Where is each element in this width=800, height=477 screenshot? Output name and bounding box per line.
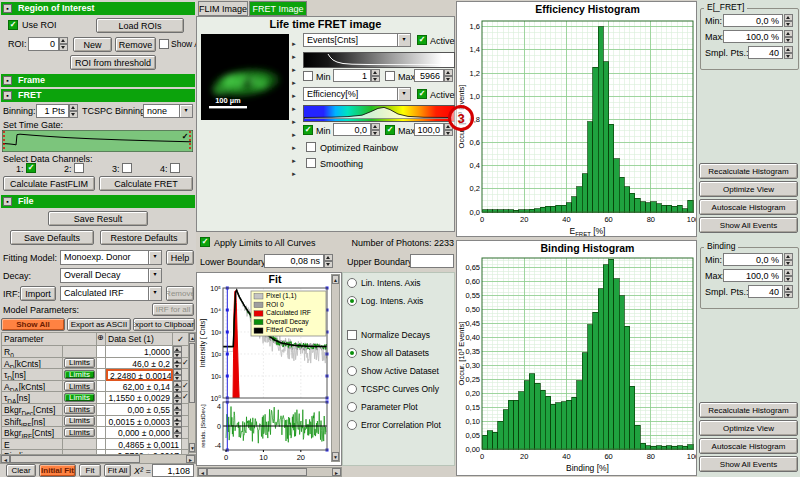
lower-boundary-spinner[interactable] — [324, 254, 333, 268]
scroll-right-icon[interactable]: ► — [332, 468, 341, 476]
param-spinner[interactable] — [173, 369, 182, 381]
left-hscrollbar[interactable]: ◄ ► — [0, 454, 196, 464]
table-vscrollbar[interactable]: ▲ ▼ — [188, 332, 196, 453]
spinner-down-icon[interactable] — [444, 76, 453, 83]
column-header-parameter[interactable]: Parameter — [2, 333, 97, 346]
binding-histogram[interactable]: Binding Histogram0,000,050,100,150,200,2… — [457, 241, 696, 475]
roi-spinner[interactable] — [59, 37, 68, 51]
calculate-fret-button[interactable]: Calculate FRET — [99, 176, 193, 191]
tab-fret-image[interactable]: FRET Image — [249, 1, 307, 16]
limits-button[interactable]: Limits — [64, 381, 95, 391]
limits-button[interactable]: Limits — [64, 393, 95, 403]
efret-max-input[interactable]: 100,0 % — [723, 30, 783, 43]
channel-2-checkbox[interactable] — [74, 163, 84, 173]
events-max-input[interactable]: 5966 — [414, 69, 444, 82]
efret-autoscale-histogram-button[interactable]: Autoscale Histogram — [699, 199, 798, 215]
scroll-down-icon[interactable]: ▼ — [189, 443, 195, 452]
events-min-checkbox[interactable] — [303, 71, 313, 81]
binding-max-spinner[interactable] — [784, 269, 793, 282]
new-roi-button[interactable]: New — [73, 37, 112, 52]
clear-button[interactable]: Clear — [6, 464, 36, 477]
spinner-down-icon[interactable] — [784, 21, 793, 28]
binning-input[interactable]: 1 Pts — [36, 104, 69, 118]
limits-button[interactable]: Limits — [64, 405, 95, 415]
channel-1-checkbox[interactable] — [26, 163, 36, 173]
radio-parameter-plot[interactable] — [347, 402, 357, 412]
param-value[interactable]: 46,0 ± 0,2 — [106, 358, 173, 370]
tcspc-binning-select[interactable]: none ▾ — [143, 104, 193, 118]
scroll-up-icon[interactable]: ▲ — [332, 275, 339, 284]
spinner-down-icon[interactable] — [784, 260, 793, 267]
initial-fit-button[interactable]: Initial Fit — [39, 464, 76, 477]
events-gradient-bar[interactable] — [303, 52, 455, 68]
scroll-left-icon[interactable]: ◄ — [198, 468, 207, 476]
spinner-down-icon[interactable] — [371, 76, 380, 83]
optimized-rainbow-checkbox[interactable] — [306, 142, 316, 152]
collapse-icon[interactable]: ▪ — [3, 4, 12, 13]
radio-tcspc-curves-only[interactable] — [347, 384, 357, 394]
param-value[interactable]: 2,2480 ± 0,0014 — [106, 369, 173, 381]
limits-button[interactable]: Limits — [64, 416, 95, 426]
efficiency-active-checkbox[interactable] — [417, 89, 427, 99]
radio-show-active-dataset[interactable] — [347, 366, 357, 376]
binding-show-all-events-button[interactable]: Show All Events — [699, 456, 798, 472]
efret-optimize-view-button[interactable]: Optimize View — [699, 181, 798, 197]
binning-spinner[interactable] — [69, 104, 78, 118]
load-rois-button[interactable]: Load ROIs — [96, 18, 184, 33]
fitting-model-select[interactable]: Monoexp. Donor ▾ — [60, 250, 162, 265]
spinner-down-icon[interactable] — [444, 130, 453, 137]
limits-button[interactable]: Limits — [64, 370, 95, 380]
spinner-down-icon[interactable] — [784, 276, 793, 283]
spinner-down-icon[interactable] — [784, 292, 793, 299]
decay-select[interactable]: Overall Decay ▾ — [60, 268, 162, 283]
export-clipboard-button[interactable]: Export to Clipboard — [133, 318, 195, 331]
binding-smpl-input[interactable]: 40 — [748, 285, 783, 298]
param-value[interactable]: 0,000 ± 0,000 — [106, 427, 173, 439]
radio-lin-intens-axis[interactable] — [347, 278, 357, 288]
collapse-icon[interactable]: ▪ — [3, 197, 12, 206]
efficiency-histogram[interactable]: Efficiency Histogram0,00,20,40,60,81,01,… — [457, 2, 696, 236]
efficiency-gradient-bar[interactable] — [303, 105, 455, 122]
spinner-down-icon[interactable] — [69, 111, 78, 118]
efficiency-min-input[interactable]: 0,0 — [333, 123, 371, 136]
efret-smpl-spinner[interactable] — [784, 46, 793, 59]
radio-show-all-datasets[interactable] — [347, 348, 357, 358]
spinner-down-icon[interactable] — [371, 130, 380, 137]
calculate-fastflim-button[interactable]: Calculate FastFLIM — [3, 176, 95, 191]
radio-log-intens-axis[interactable] — [347, 296, 357, 306]
efficiency-min-spinner[interactable] — [371, 123, 380, 136]
smoothing-checkbox[interactable] — [306, 158, 316, 168]
param-value[interactable]: 0,4865 ± 0,0011 — [106, 439, 182, 451]
show-all-checkbox[interactable] — [159, 39, 169, 49]
chevron-down-icon[interactable]: ▾ — [148, 269, 161, 282]
param-spinner[interactable] — [173, 392, 182, 404]
fit-hscrollbar[interactable]: ◄ ► — [197, 467, 342, 477]
section-header-fret[interactable]: ▪ FRET — [1, 89, 195, 102]
upper-boundary-input[interactable] — [410, 254, 454, 268]
remove-irf-button[interactable]: Remove — [166, 286, 194, 301]
events-channel-select[interactable]: Events[Cnts] ▾ — [303, 33, 411, 47]
param-spinner[interactable] — [173, 404, 182, 416]
events-min-input[interactable]: 1 — [333, 69, 371, 82]
scroll-right-icon[interactable]: ► — [186, 455, 195, 463]
chevron-down-icon[interactable]: ▾ — [397, 34, 410, 46]
efficiency-max-input[interactable]: 100,0 — [414, 123, 444, 136]
efret-min-input[interactable]: 0,0 % — [723, 14, 783, 27]
binding-smpl-spinner[interactable] — [784, 285, 793, 298]
fit-vscrollbar[interactable]: ▲ ▼ — [331, 274, 340, 462]
fit-all-button[interactable]: Fit All — [104, 464, 131, 477]
events-active-checkbox[interactable] — [417, 35, 427, 45]
roi-from-threshold-button[interactable]: ROI from threshold — [70, 55, 156, 70]
table-vscrollbar-thumb[interactable] — [189, 343, 195, 403]
scroll-left-icon[interactable]: ◄ — [1, 455, 10, 463]
left-hscrollbar-thumb[interactable] — [10, 455, 140, 463]
roi-number-input[interactable]: 0 — [28, 37, 59, 51]
binding-max-input[interactable]: 100,0 % — [723, 269, 783, 282]
apply-limits-checkbox[interactable] — [200, 237, 210, 247]
efret-max-spinner[interactable] — [784, 30, 793, 43]
fret-cell-image[interactable]: 100 µm — [201, 34, 289, 120]
limits-button[interactable]: Limits — [64, 358, 95, 368]
irf-select[interactable]: Calculated IRF ▾ — [60, 286, 162, 301]
chevron-down-icon[interactable]: ▾ — [148, 287, 161, 300]
events-min-spinner[interactable] — [371, 69, 380, 82]
